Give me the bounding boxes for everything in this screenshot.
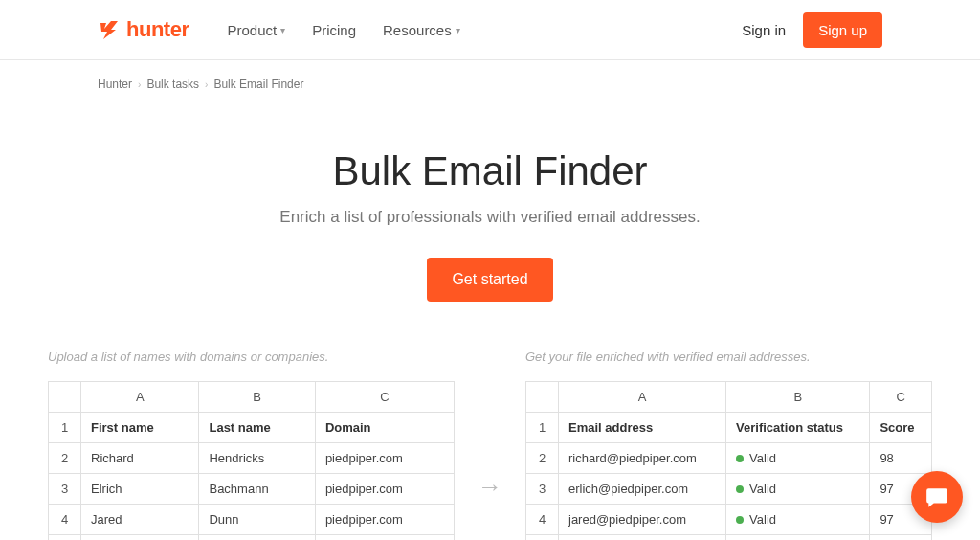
input-caption: Upload a list of names with domains or c… [48, 349, 455, 364]
breadcrumb-current: Bulk Email Finder [213, 78, 303, 91]
row-number: 3 [526, 474, 559, 505]
cell-domain: piedpiper.com [315, 474, 454, 505]
output-table: A B C 1 Email address Verification statu… [525, 381, 932, 540]
cell-last-name: Hendricks [199, 443, 315, 474]
input-table: A B C 1 First name Last name Domain 2 Ri… [48, 381, 455, 540]
breadcrumb-separator: › [205, 79, 208, 90]
status-text: Valid [749, 451, 776, 465]
header-score: Score [870, 413, 932, 443]
cell-first-name: Richard [81, 443, 199, 474]
page-title: Bulk Email Finder [0, 148, 980, 194]
table-row: 3 erlich@piedpiper.com Valid 97 [526, 474, 932, 505]
get-started-button[interactable]: Get started [427, 258, 552, 302]
cell-domain: piedpiper.com [315, 505, 454, 535]
nav-pricing-label: Pricing [312, 22, 356, 38]
cell-first-name: Jared [81, 505, 199, 535]
status-text: Valid [749, 512, 776, 527]
breadcrumb-hunter[interactable]: Hunter [98, 78, 132, 91]
table-row: 5 dinesh@piedpiper.com Valid 98 [526, 535, 932, 541]
row-number: 4 [49, 505, 81, 535]
cell-first-name: Dinesh [81, 535, 199, 541]
col-blank [49, 382, 81, 413]
cell-last-name: Chugtai [199, 535, 315, 541]
status-text: Valid [749, 482, 776, 496]
arrow-right-icon: → [478, 472, 502, 502]
status-dot-icon [736, 455, 744, 462]
col-a: A [81, 382, 199, 413]
header-domain: Domain [315, 413, 454, 443]
input-panel: Upload a list of names with domains or c… [48, 349, 455, 540]
cell-score: 98 [870, 535, 932, 541]
page-subtitle: Enrich a list of professionals with veri… [0, 208, 980, 227]
cell-first-name: Elrich [81, 474, 199, 505]
cell-last-name: Bachmann [199, 474, 315, 505]
cell-score: 98 [870, 443, 932, 474]
col-c: C [870, 382, 932, 413]
row-number: 2 [49, 443, 81, 474]
table-row: 4 jared@piedpiper.com Valid 97 [526, 505, 932, 535]
sign-in-link[interactable]: Sign in [742, 22, 786, 38]
status-dot-icon [736, 516, 744, 524]
chevron-down-icon: ▾ [280, 25, 285, 35]
table-row: A B C [49, 382, 455, 413]
header-status: Verification status [726, 413, 870, 443]
row-number: 4 [526, 505, 559, 535]
breadcrumb: Hunter › Bulk tasks › Bulk Email Finder [98, 78, 882, 91]
nav-resources-label: Resources [383, 22, 452, 38]
main-nav: Product ▾ Pricing Resources ▾ [227, 22, 459, 38]
cell-status: Valid [726, 505, 870, 535]
nav-product[interactable]: Product ▾ [227, 22, 285, 38]
logo[interactable]: hunter [98, 17, 189, 42]
cell-status: Valid [726, 535, 870, 541]
table-row: 1 First name Last name Domain [49, 413, 455, 443]
brand-name: hunter [126, 17, 189, 42]
col-b: B [726, 382, 870, 413]
cell-status: Valid [726, 474, 870, 505]
nav-pricing[interactable]: Pricing [312, 22, 356, 38]
cell-email: dinesh@piedpiper.com [559, 535, 726, 541]
col-b: B [199, 382, 315, 413]
row-number: 5 [49, 535, 81, 541]
output-panel: Get your file enriched with verified ema… [525, 349, 932, 540]
chevron-down-icon: ▾ [456, 25, 460, 35]
table-row: 4 Jared Dunn piedpiper.com [49, 505, 455, 535]
col-c: C [315, 382, 454, 413]
header-email: Email address [559, 413, 726, 443]
nav-resources[interactable]: Resources ▾ [383, 22, 460, 38]
table-row: 3 Elrich Bachmann piedpiper.com [49, 474, 455, 505]
table-row: 1 Email address Verification status Scor… [526, 413, 932, 443]
status-dot-icon [736, 485, 744, 493]
row-number: 1 [49, 413, 81, 443]
cell-email: erlich@piedpiper.com [559, 474, 726, 505]
chat-icon [924, 484, 949, 509]
chat-widget-button[interactable] [911, 471, 963, 523]
output-caption: Get your file enriched with verified ema… [525, 349, 932, 364]
cell-domain: piedpiper.com [315, 443, 454, 474]
nav-product-label: Product [227, 22, 277, 38]
table-row: 5 Dinesh Chugtai piedpiper.com [49, 535, 455, 541]
row-number: 3 [49, 474, 81, 505]
row-number: 5 [526, 535, 559, 541]
row-number: 2 [526, 443, 559, 474]
col-blank [526, 382, 559, 413]
cell-email: jared@piedpiper.com [559, 505, 726, 535]
cell-email: richard@piedpiper.com [559, 443, 726, 474]
sign-up-button[interactable]: Sign up [803, 12, 882, 48]
breadcrumb-bulk-tasks[interactable]: Bulk tasks [146, 78, 199, 91]
row-number: 1 [526, 413, 559, 443]
cell-domain: piedpiper.com [315, 535, 454, 541]
hunter-logo-icon [98, 18, 121, 41]
header-first-name: First name [81, 413, 199, 443]
table-row: A B C [526, 382, 932, 413]
breadcrumb-separator: › [138, 79, 141, 90]
cell-last-name: Dunn [199, 505, 315, 535]
cell-status: Valid [726, 443, 870, 474]
col-a: A [559, 382, 726, 413]
header-last-name: Last name [199, 413, 315, 443]
table-row: 2 Richard Hendricks piedpiper.com [49, 443, 455, 474]
table-row: 2 richard@piedpiper.com Valid 98 [526, 443, 932, 474]
